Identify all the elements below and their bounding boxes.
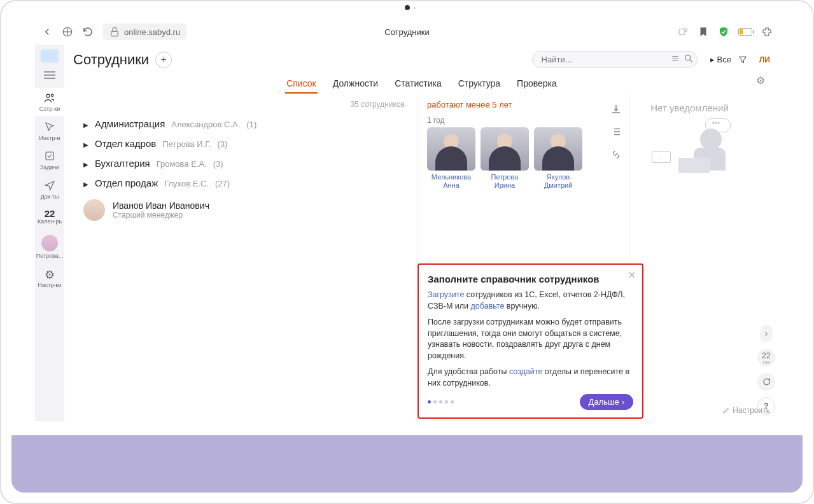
tab-structure[interactable]: Структура [457,74,502,94]
bookmark-icon[interactable] [698,26,709,38]
next-button[interactable]: Дальше › [580,394,633,410]
side-year: 1 год [427,116,594,125]
sidebar-item-user[interactable]: Петрова... [35,230,64,263]
app-logo[interactable] [41,50,59,62]
sidebar-label: Инстр-и [39,135,60,141]
download-icon[interactable] [610,102,622,115]
photo [534,127,582,171]
tab-title: Сотрудники [384,27,429,37]
popover-title: Заполните справочник сотрудников [428,274,633,284]
sidebar-item-tools[interactable]: Инстр-и [35,117,64,145]
cursor-icon [35,121,64,135]
svg-rect-1 [111,31,118,36]
employee-card[interactable]: Якупов Дмитрий [534,127,582,190]
search-icon[interactable] [684,53,694,64]
employee-name: Петрова Ирина [481,173,529,190]
guard-off-icon[interactable] [677,26,689,38]
dock-calendar[interactable]: 22ПН [757,349,775,367]
menu-icon[interactable] [44,71,55,79]
user-initials[interactable]: ЛИ [759,55,770,64]
tab-positions[interactable]: Должности [332,74,379,94]
sidebar-label: Задачи [40,164,59,171]
dock-chat-icon[interactable] [757,373,775,391]
tab-stats[interactable]: Статистика [393,74,443,94]
list-icon[interactable] [610,125,622,138]
chevron-right-icon: ▶ [83,141,88,148]
extension-icon[interactable] [761,26,773,38]
notif-illustration [652,120,728,177]
app-sidebar: Сотр-ки Инстр-и Задачи Док-ты 22 Кален-р… [35,45,64,421]
funnel-icon[interactable] [738,55,748,65]
page-title: Сотрудники [73,52,149,68]
lock-icon [109,26,120,38]
employee-count: 35 сотрудников [83,100,405,109]
tab-list[interactable]: Список [285,74,318,94]
person-role: Старший менеджер [113,211,209,220]
notif-title: Нет уведомлений [638,102,741,113]
shield-icon[interactable] [718,26,729,38]
onboarding-popover: ✕ Заполните справочник сотрудников Загру… [418,263,643,419]
send-icon [35,179,64,193]
gear-icon: ⚙ [45,269,55,281]
browser-home-icon[interactable] [62,26,73,38]
employee-card[interactable]: Мельникова Анна [427,127,475,190]
chevron-right-icon: ▶ [83,181,88,188]
settings-link[interactable]: Настроить [722,406,770,415]
url-text: online.sabyd.ru [124,27,180,37]
dept-row[interactable]: ▶АдминистрацияАлександров С.А.(1) [83,114,405,134]
avatar-icon [41,235,58,251]
pencil-icon [722,407,730,414]
chevron-right-icon: ▶ [83,122,88,129]
monitor-stand [11,435,803,493]
expand-icon[interactable]: › [760,325,773,342]
link-icon[interactable] [610,148,622,161]
photo [481,127,529,171]
close-icon[interactable]: ✕ [628,270,636,280]
link-add[interactable]: добавьте [471,302,505,311]
add-button[interactable]: + [155,52,172,68]
popover-body: Загрузите сотрудников из 1С, Excel, отче… [428,290,633,389]
person-row[interactable]: Иванов Иван Иванович Старший менеджер [83,199,405,221]
employee-name: Мельникова Анна [427,173,475,190]
sidebar-item-tasks[interactable]: Задачи [35,146,64,174]
sidebar-label: Петрова... [36,253,64,259]
right-dock: › 22ПН ? [754,325,779,415]
sidebar-label: Кален-рь [38,218,62,225]
filter-all[interactable]: ▸ Bce [710,55,731,64]
sidebar-label: Настр-ки [38,282,61,288]
tab-check[interactable]: Проверка [516,74,558,94]
employee-card[interactable]: Петрова Ирина [481,127,529,190]
sidebar-item-calendar[interactable]: 22 Кален-рь [35,205,64,228]
dept-row[interactable]: ▶БухгалтерияГромова Е.А.(3) [83,153,405,173]
svg-point-4 [46,94,50,97]
photo [427,127,475,171]
side-title: работают менее 5 лет [427,100,594,109]
link-upload[interactable]: Загрузите [428,290,464,299]
people-icon [35,92,64,106]
sidebar-item-docs[interactable]: Док-ты [35,176,64,204]
departments-list: 35 сотрудников ▶АдминистрацияАлександров… [64,94,418,421]
employee-name: Якупов Дмитрий [534,173,582,190]
notifications-panel: Нет уведомлений › 22ПН ? Настроить [629,94,750,421]
sidebar-item-settings[interactable]: ⚙ Настр-ки [35,264,64,292]
svg-point-7 [685,55,690,60]
battery-icon [738,28,752,36]
link-create[interactable]: создайте [509,367,542,376]
sidebar-label: Док-ты [41,193,59,200]
sidebar-item-employees[interactable]: Сотр-ки [35,88,64,116]
calendar-num: 22 [45,208,55,219]
reload-icon[interactable] [82,26,94,38]
chevron-right-icon: ▶ [83,161,88,168]
tabs: Список Должности Статистика Структура Пр… [64,72,779,94]
list-view-icon[interactable] [671,54,680,63]
check-icon [35,150,64,164]
dept-row[interactable]: ▶Отдел кадровПетрова И.Г.(3) [83,134,405,153]
settings-gear-icon[interactable]: ⚙ [756,74,770,88]
dept-row[interactable]: ▶Отдел продажГлухов Е.С.(27) [83,173,405,193]
svg-point-5 [52,94,53,96]
url-box[interactable]: online.sabyd.ru [102,24,186,40]
sidebar-label: Сотр-ки [39,106,60,112]
avatar [83,199,105,221]
svg-rect-2 [679,29,685,35]
back-icon[interactable] [41,26,53,38]
